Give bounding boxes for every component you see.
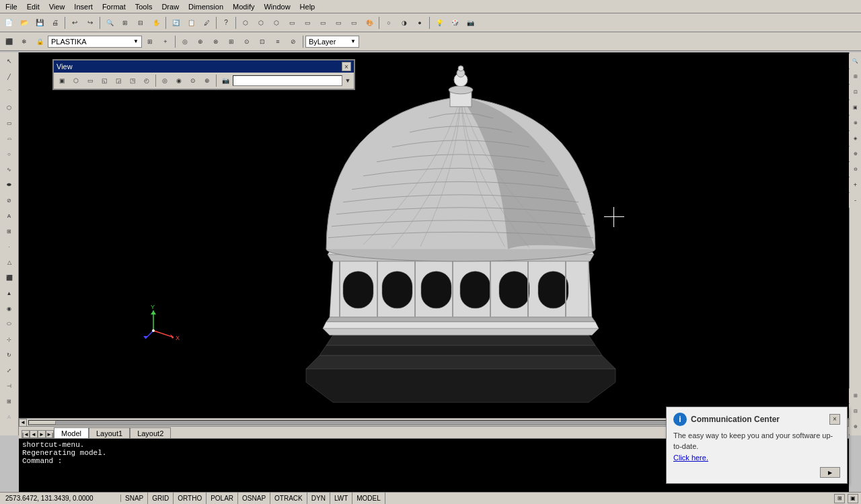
menu-view[interactable]: View xyxy=(45,2,69,11)
open-button[interactable]: 📂 xyxy=(17,15,32,30)
tool-polyline[interactable]: ⌒ xyxy=(2,85,17,99)
shading1[interactable]: ○ xyxy=(381,15,396,30)
tool-spline[interactable]: ∿ xyxy=(2,162,17,177)
grid-button[interactable]: GRID xyxy=(148,493,174,505)
view-dialog-close-button[interactable]: × xyxy=(342,62,351,71)
osnap-draw[interactable]: ⊗ xyxy=(209,34,223,49)
right-tool-bottom1[interactable]: ⊞ xyxy=(848,388,862,403)
menu-help[interactable]: Help xyxy=(296,2,320,11)
tool-box[interactable]: ⬛ xyxy=(2,270,17,285)
vd-btn-5[interactable]: ◲ xyxy=(112,74,125,87)
right-zoom-in[interactable]: + xyxy=(848,177,862,192)
ortho-draw[interactable]: ⊞ xyxy=(224,34,239,49)
view-left[interactable]: ▭ xyxy=(346,15,361,30)
tab-scroll-first[interactable]: |◄ xyxy=(22,430,30,438)
tool-polygon[interactable]: ⬡ xyxy=(2,100,17,115)
right-tool-7[interactable]: ⊕ xyxy=(848,146,862,161)
view-top[interactable]: ▭ xyxy=(285,15,299,30)
right-tool-bottom2[interactable]: ⊟ xyxy=(848,404,862,419)
status-icon-1[interactable]: ⊞ xyxy=(834,494,845,503)
matchprop[interactable]: 🖊 xyxy=(199,15,214,30)
menu-file[interactable]: File xyxy=(1,2,22,11)
vd-btn-8[interactable]: ◎ xyxy=(158,74,172,87)
vd-btn-12[interactable]: 📷 xyxy=(219,74,232,87)
polar-button[interactable]: POLAR xyxy=(207,493,238,505)
layer-lock[interactable]: 🔒 xyxy=(32,34,47,49)
tool-select[interactable]: ↖ xyxy=(2,54,17,69)
comm-center-link[interactable]: Click here. xyxy=(673,454,708,462)
shading3[interactable]: ● xyxy=(412,15,427,30)
tool-text[interactable]: A xyxy=(2,208,17,223)
tool-3dface[interactable]: △ xyxy=(2,255,17,269)
camera[interactable]: 📷 xyxy=(463,15,478,30)
zoom-prev[interactable]: ⊟ xyxy=(133,15,148,30)
viewport[interactable]: View × ▣ ⬡ ▭ ◱ ◲ ◳ ◴ ◎ ◉ ⊙ ⊕ 📷 ▼ xyxy=(19,52,849,438)
lights[interactable]: 💡 xyxy=(432,15,447,30)
color-dropdown[interactable]: ByLayer ▼ xyxy=(305,36,359,48)
dynin[interactable]: ⊡ xyxy=(255,34,270,49)
tab-scroll-last[interactable]: ►| xyxy=(46,430,54,438)
vd-btn-2[interactable]: ⬡ xyxy=(69,74,83,87)
tool-array[interactable]: ⊞ xyxy=(2,394,17,409)
view-right[interactable]: ▭ xyxy=(315,15,330,30)
comm-center-arrow[interactable]: ▶ xyxy=(820,467,840,478)
tool-rotate[interactable]: ↻ xyxy=(2,347,17,362)
tool-sphere[interactable]: ◉ xyxy=(2,301,17,316)
view-back[interactable]: ▭ xyxy=(331,15,346,30)
right-tool-4[interactable]: ▣ xyxy=(848,100,862,115)
menu-modify[interactable]: Modify xyxy=(229,2,258,11)
menu-window[interactable]: Window xyxy=(260,2,294,11)
osnap-button[interactable]: OSNAP xyxy=(238,493,270,505)
help-button[interactable]: ? xyxy=(219,15,233,30)
vd-dropdown[interactable]: ▼ xyxy=(343,75,352,86)
lwt-draw[interactable]: ≡ xyxy=(270,34,285,49)
layer-dropdown[interactable]: PLASTIKA ▼ xyxy=(48,36,142,48)
status-icon-2[interactable]: ▣ xyxy=(848,494,858,503)
menu-draw[interactable]: Draw xyxy=(157,2,183,11)
polar-draw[interactable]: ⊙ xyxy=(239,34,254,49)
menu-format[interactable]: Format xyxy=(98,2,130,11)
3d-orbit[interactable]: 🔄 xyxy=(168,15,183,30)
menu-dimension[interactable]: Dimension xyxy=(184,2,227,11)
zoom-window[interactable]: ⊞ xyxy=(118,15,133,30)
render[interactable]: 🎨 xyxy=(362,15,377,30)
vd-btn-3[interactable]: ▭ xyxy=(83,74,97,87)
zoom-realtime[interactable]: 🔍 xyxy=(102,15,117,30)
right-tool-6[interactable]: ◈ xyxy=(848,131,862,146)
redo-button[interactable]: ↪ xyxy=(83,15,98,30)
track-draw[interactable]: ⊕ xyxy=(193,34,208,49)
save-button[interactable]: 💾 xyxy=(32,15,47,30)
right-tool-1[interactable]: 🔍 xyxy=(848,54,862,69)
tool-cone[interactable]: ▲ xyxy=(2,286,17,300)
menu-edit[interactable]: Edit xyxy=(23,2,44,11)
view-iso1[interactable]: ⬡ xyxy=(238,15,253,30)
tool-mirror[interactable]: ⊣ xyxy=(2,378,17,393)
right-tool-bottom3[interactable]: ⊕ xyxy=(848,419,862,434)
layer-props[interactable]: ⊞ xyxy=(143,34,157,49)
vd-btn-4[interactable]: ◱ xyxy=(98,74,111,87)
right-tool-3[interactable]: ⊡ xyxy=(848,85,862,99)
qp[interactable]: ⊘ xyxy=(286,34,301,49)
comm-center-close-button[interactable]: × xyxy=(829,414,840,425)
tool-letter[interactable]: A xyxy=(2,409,17,424)
model-button[interactable]: MODEL xyxy=(352,493,385,505)
pan[interactable]: ✋ xyxy=(149,15,163,30)
view-front[interactable]: ▭ xyxy=(300,15,315,30)
tool-move[interactable]: ⊹ xyxy=(2,332,17,347)
tool-arc[interactable]: ⌓ xyxy=(2,131,17,146)
dyn-button[interactable]: DYN xyxy=(307,493,330,505)
tab-scroll-next[interactable]: ► xyxy=(38,430,46,438)
vd-btn-10[interactable]: ⊙ xyxy=(186,74,200,87)
print-button[interactable]: 🖨 xyxy=(48,15,63,30)
new-button[interactable]: 📄 xyxy=(1,15,16,30)
layer-toggle[interactable]: ⬛ xyxy=(1,34,16,49)
tool-circle[interactable]: ○ xyxy=(2,146,17,161)
snap-draw[interactable]: ◎ xyxy=(178,34,192,49)
vd-btn-1[interactable]: ▣ xyxy=(55,74,69,87)
otrack-button[interactable]: OTRACK xyxy=(270,493,307,505)
tool-insert[interactable]: ⊞ xyxy=(2,224,17,239)
undo-button[interactable]: ↩ xyxy=(67,15,82,30)
tool-line[interactable]: ╱ xyxy=(2,69,17,84)
view-iso3[interactable]: ⬡ xyxy=(269,15,284,30)
right-tool-5[interactable]: ⊗ xyxy=(848,116,862,130)
